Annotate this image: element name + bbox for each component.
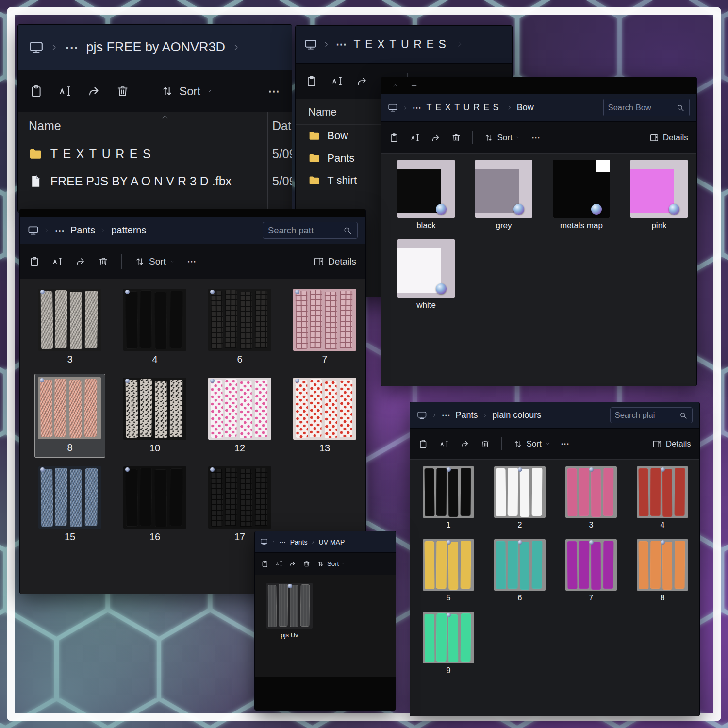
file-item[interactable]: 6 (494, 539, 546, 602)
rename-icon[interactable] (58, 84, 71, 98)
chevron-right-icon[interactable] (403, 105, 408, 110)
sort-button[interactable]: Sort (134, 256, 175, 267)
rename-icon[interactable] (275, 560, 282, 567)
search-input[interactable] (615, 411, 676, 420)
rename-icon[interactable] (52, 256, 63, 267)
breadcrumb-current-folder[interactable]: plain colours (492, 410, 541, 420)
breadcrumb-current-folder[interactable]: UV MAP (319, 538, 345, 546)
breadcrumb-overflow[interactable]: ⋯ (442, 410, 451, 421)
file-row[interactable]: TEXTURES 5/09 (18, 140, 292, 167)
chevron-right-icon[interactable] (272, 540, 276, 544)
chevron-right-icon[interactable] (457, 41, 463, 48)
paste-icon[interactable] (261, 560, 268, 567)
file-item[interactable]: 7 (293, 289, 356, 365)
file-item[interactable]: 13 (293, 378, 356, 454)
file-item[interactable]: 8 (35, 374, 105, 457)
new-tab-icon[interactable] (410, 82, 418, 89)
delete-icon[interactable] (480, 439, 490, 449)
share-icon[interactable] (356, 75, 368, 87)
breadcrumb-folder[interactable]: Pants (456, 410, 478, 420)
file-item[interactable]: 3 (565, 466, 617, 529)
search-box[interactable] (610, 407, 693, 424)
rename-icon[interactable] (410, 133, 420, 143)
search-icon[interactable] (676, 103, 685, 112)
file-item[interactable]: grey (475, 160, 532, 231)
chevron-right-icon[interactable] (232, 44, 240, 51)
file-item[interactable]: pjs Uv (266, 583, 313, 639)
file-item[interactable]: 9 (423, 612, 474, 675)
sort-button[interactable]: Sort (317, 560, 345, 567)
share-icon[interactable] (87, 84, 100, 98)
chevron-right-icon[interactable] (44, 228, 50, 233)
breadcrumb-folder[interactable]: TEXTURES (427, 102, 503, 113)
sort-button[interactable]: Sort (161, 84, 211, 98)
breadcrumb-current-folder[interactable]: patterns (111, 225, 146, 236)
file-item[interactable]: 4 (637, 466, 688, 529)
file-row[interactable]: FREE PJS BY A O N V R 3 D .fbx 5/09 (18, 167, 292, 195)
search-icon[interactable] (343, 226, 352, 235)
search-icon[interactable] (679, 411, 688, 420)
name-column-header[interactable]: Name (308, 106, 337, 118)
sort-button[interactable]: Sort (484, 133, 520, 143)
chevron-right-icon[interactable] (311, 540, 315, 544)
paste-icon[interactable] (29, 256, 40, 267)
breadcrumb-overflow[interactable]: ⋯ (413, 102, 422, 113)
rename-icon[interactable] (439, 439, 449, 449)
paste-icon[interactable] (306, 75, 317, 87)
delete-icon[interactable] (303, 560, 310, 567)
chevron-right-icon[interactable] (50, 44, 58, 51)
sort-button[interactable]: Sort (513, 439, 549, 449)
toolbar-overflow[interactable]: ⋯ (561, 439, 569, 449)
file-item[interactable]: 8 (637, 539, 688, 602)
chevron-right-icon[interactable] (100, 228, 106, 233)
share-icon[interactable] (75, 256, 86, 267)
chevron-up-icon[interactable] (393, 83, 397, 88)
toolbar-overflow[interactable]: ⋯ (268, 84, 280, 98)
breadcrumb-overflow[interactable]: ⋯ (336, 38, 347, 51)
file-item[interactable]: 12 (208, 378, 271, 454)
breadcrumb-current-folder[interactable]: pjs FREE by AONVR3D (86, 40, 225, 55)
breadcrumb-overflow[interactable]: ⋯ (55, 225, 65, 236)
breadcrumb-overflow[interactable]: ⋯ (65, 40, 79, 55)
rename-icon[interactable] (331, 75, 343, 87)
chevron-right-icon[interactable] (507, 105, 512, 110)
breadcrumb-current-folder[interactable]: Bow (517, 102, 534, 113)
search-box[interactable] (263, 222, 358, 239)
share-icon[interactable] (431, 133, 441, 143)
details-button[interactable]: Details (649, 133, 688, 143)
file-item[interactable]: 15 (38, 466, 101, 543)
search-box[interactable] (603, 99, 690, 116)
share-icon[interactable] (460, 439, 470, 449)
breadcrumb-folder[interactable]: Pants (290, 538, 308, 546)
chevron-right-icon[interactable] (323, 41, 330, 48)
breadcrumb-overflow[interactable]: ⋯ (279, 538, 286, 546)
file-item[interactable]: 6 (208, 289, 271, 365)
details-button[interactable]: Details (652, 439, 691, 449)
paste-icon[interactable] (30, 84, 43, 98)
file-item[interactable]: 3 (38, 289, 101, 365)
paste-icon[interactable] (389, 133, 399, 143)
file-item[interactable]: 10 (123, 378, 186, 454)
toolbar-overflow[interactable]: ⋯ (187, 256, 197, 267)
breadcrumb-folder[interactable]: Pants (70, 225, 95, 236)
details-button[interactable]: Details (314, 256, 356, 267)
breadcrumb-current-folder[interactable]: TEXTURES (354, 38, 451, 51)
share-icon[interactable] (289, 560, 296, 567)
name-column-header[interactable]: Name (29, 119, 61, 133)
delete-icon[interactable] (116, 84, 129, 98)
file-item[interactable]: 5 (423, 539, 474, 602)
file-item[interactable]: 4 (123, 289, 186, 365)
chevron-right-icon[interactable] (432, 413, 437, 418)
file-item[interactable]: black (397, 160, 455, 231)
file-item[interactable]: metals map (553, 160, 610, 231)
chevron-right-icon[interactable] (482, 413, 487, 418)
file-item[interactable]: white (397, 239, 455, 310)
toolbar-overflow[interactable]: ⋯ (531, 132, 540, 143)
file-item[interactable]: 1 (423, 466, 474, 529)
paste-icon[interactable] (418, 439, 428, 449)
file-item[interactable]: 7 (565, 539, 617, 602)
file-item[interactable]: pink (630, 160, 688, 231)
delete-icon[interactable] (451, 133, 461, 143)
file-item[interactable]: 2 (494, 466, 546, 529)
file-item[interactable]: 16 (123, 466, 186, 543)
